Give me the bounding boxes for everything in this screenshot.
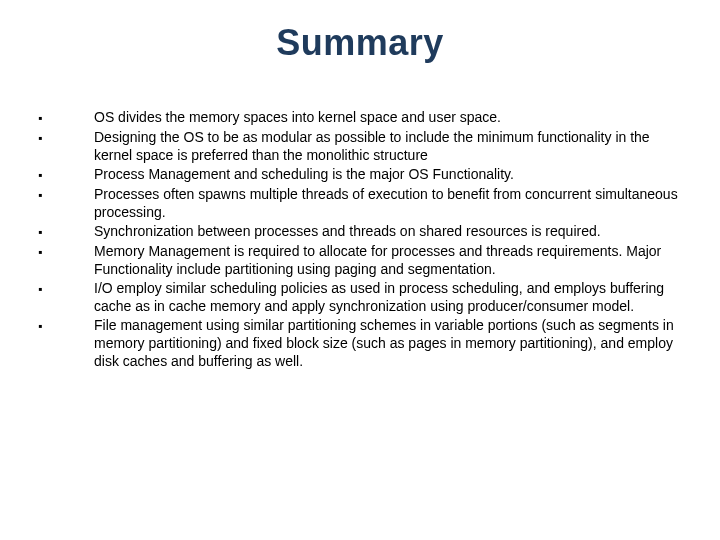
slide: Summary ▪ OS divides the memory spaces i… [0,0,720,540]
list-item: ▪ File management using similar partitio… [38,316,682,370]
list-item-text: I/O employ similar scheduling policies a… [94,279,682,315]
bullet-icon: ▪ [38,185,94,204]
list-item: ▪ Process Management and scheduling is t… [38,165,682,184]
list-item-text: OS divides the memory spaces into kernel… [94,108,682,126]
bullet-icon: ▪ [38,242,94,261]
list-item-text: Memory Management is required to allocat… [94,242,682,278]
list-item-text: Designing the OS to be as modular as pos… [94,128,682,164]
bullet-icon: ▪ [38,222,94,241]
bullet-icon: ▪ [38,128,94,147]
list-item: ▪ Memory Management is required to alloc… [38,242,682,278]
list-item: ▪ Designing the OS to be as modular as p… [38,128,682,164]
bullet-list: ▪ OS divides the memory spaces into kern… [38,108,682,371]
bullet-icon: ▪ [38,165,94,184]
list-item-text: Processes often spawns multiple threads … [94,185,682,221]
list-item: ▪ Synchronization between processes and … [38,222,682,241]
slide-title: Summary [0,0,720,64]
list-item-text: File management using similar partitioni… [94,316,682,370]
bullet-icon: ▪ [38,108,94,127]
bullet-icon: ▪ [38,316,94,335]
bullet-icon: ▪ [38,279,94,298]
list-item-text: Process Management and scheduling is the… [94,165,682,183]
list-item: ▪ OS divides the memory spaces into kern… [38,108,682,127]
list-item-text: Synchronization between processes and th… [94,222,682,240]
list-item: ▪ Processes often spawns multiple thread… [38,185,682,221]
list-item: ▪ I/O employ similar scheduling policies… [38,279,682,315]
